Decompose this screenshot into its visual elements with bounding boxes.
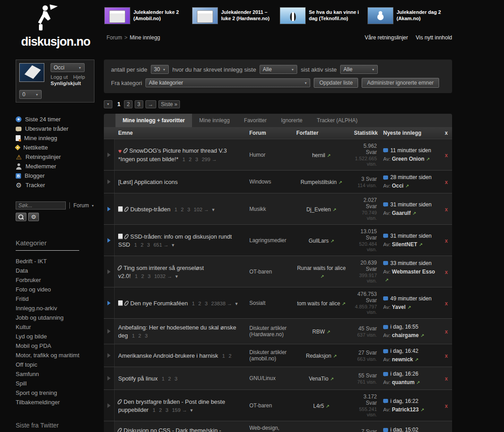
category-link[interactable]: Motor, trafikk og maritimt (16, 351, 83, 360)
go-to-last-post-icon[interactable] (383, 428, 388, 432)
breadcrumb-forum-link[interactable]: Forum (107, 34, 122, 41)
forum-link[interactable]: Humor (247, 139, 294, 170)
topic-page-link[interactable]: 1 (153, 407, 155, 413)
preview-caret-icon[interactable] (174, 272, 178, 279)
expand-arrow-button[interactable] (104, 171, 115, 193)
remove-topic-button[interactable] (445, 236, 448, 244)
topic-page-link[interactable]: 3 (205, 301, 207, 306)
remove-topic-button[interactable] (445, 374, 448, 382)
remove-topic-button[interactable] (445, 402, 448, 410)
preview-caret-icon[interactable] (189, 406, 193, 413)
forum-link[interactable]: Sosialt (247, 287, 294, 318)
topic-page-link[interactable]: 2 (198, 301, 201, 306)
remove-topic-button[interactable] (445, 351, 448, 359)
sidebar-menu-item[interactable]: Mine innlegg (16, 133, 94, 143)
expand-arrow-button[interactable] (104, 421, 115, 432)
per-page-select[interactable]: 30 (151, 65, 169, 74)
topic-page-link[interactable]: 102 → (194, 207, 209, 212)
last-page-button[interactable]: Siste » (158, 100, 180, 108)
topic-title-link[interactable]: [Løst] Application icons (118, 179, 178, 185)
next-page-button[interactable]: → (145, 100, 156, 108)
expand-arrow-button[interactable] (104, 367, 115, 389)
go-to-last-post-icon[interactable] (383, 399, 388, 403)
latest-post-time-link[interactable]: 28 minutter siden (390, 174, 431, 180)
topic-page-link[interactable]: 651 → (154, 242, 169, 248)
go-to-last-post-icon[interactable] (383, 372, 388, 376)
avatar[interactable] (19, 63, 44, 82)
topic-page-link[interactable]: 1 (134, 242, 137, 248)
sidebar-menu-item[interactable]: Blogger (16, 171, 94, 180)
topic-page-link[interactable]: 1 (222, 353, 225, 359)
sidebar-menu-item[interactable]: Siste 24 timer (16, 115, 94, 124)
search-scope-select[interactable]: Forum▼ (69, 202, 94, 209)
topic-page-link[interactable]: 2 (181, 207, 184, 212)
active-filter-select[interactable]: Alle (340, 65, 378, 74)
remove-topic-button[interactable] (445, 205, 448, 213)
notification-counter-select[interactable]: 0 (19, 90, 42, 99)
topic-page-link[interactable]: 3 (175, 376, 177, 381)
page-jump-button[interactable] (104, 100, 112, 108)
topic-page-link[interactable]: 3 (145, 333, 148, 338)
author-link[interactable]: Runar waits for alice (297, 265, 346, 271)
preview-caret-icon[interactable] (171, 240, 175, 248)
tab[interactable]: Favoritter (237, 114, 274, 127)
author-link[interactable]: Rumpelstiltskin (300, 179, 337, 185)
category-link[interactable]: Samfunn (16, 369, 83, 379)
forum-link[interactable]: GNU/Linux (247, 367, 294, 389)
topic-title-link[interactable]: Amerikanske Android-brukere i harnisk (118, 352, 218, 359)
topic-page-link[interactable]: 2 (141, 274, 144, 279)
forum-link[interactable]: Windows (247, 171, 294, 193)
forum-link[interactable]: Diskuter artikler (Hardware.no) (247, 319, 294, 344)
forum-link[interactable]: Web-design, HTML, CSS og JavaScript (247, 421, 294, 432)
topic-page-link[interactable]: 1 (135, 274, 137, 279)
topic-page-link[interactable]: 299 → (202, 157, 217, 162)
latest-author-link[interactable]: Yavel (392, 304, 406, 310)
forum-link[interactable]: Diskuter artikler (amobil.no) (247, 344, 294, 367)
topic-page-link[interactable]: 159 → (172, 407, 187, 413)
category-filter-select[interactable]: Alle kategorier (145, 78, 310, 87)
go-to-last-post-icon[interactable] (383, 349, 388, 353)
category-link[interactable]: Jobb og utdanning (16, 313, 83, 322)
topic-page-link[interactable]: 1032 → (154, 274, 172, 279)
guidelines-link[interactable]: Våre retningslinjer (365, 34, 408, 41)
remove-topic-button[interactable] (445, 268, 448, 276)
latest-author-link[interactable]: SilentNET (392, 241, 417, 248)
sidebar-menu-item[interactable]: Nettikette (16, 143, 94, 152)
latest-author-link[interactable]: Webmaster Esso (392, 269, 435, 275)
latest-post-time-link[interactable]: i dag, 16:22 (390, 398, 419, 404)
category-link[interactable]: Bedrift - IKT (16, 257, 83, 266)
latest-author-link[interactable]: Gaarulf (392, 210, 410, 216)
written-filter-select[interactable]: Alle (260, 65, 297, 74)
topic-page-link[interactable]: 1 (162, 376, 164, 381)
author-link[interactable]: L4r5 (313, 403, 324, 409)
latest-post-time-link[interactable]: 31 minutter siden (390, 233, 431, 239)
author-link[interactable]: VenaTio (309, 376, 329, 382)
topic-page-link[interactable]: 2 (229, 353, 231, 359)
search-input[interactable] (16, 201, 66, 210)
sidebar-menu-item[interactable]: Medlemmer (16, 162, 94, 171)
go-to-last-post-icon[interactable] (383, 234, 388, 238)
category-link[interactable]: Fritid (16, 294, 83, 304)
ad-banner[interactable]: Julekalender 2011 – luke 2 (Hardware.no) (192, 7, 275, 24)
category-link[interactable]: Tilbakemeldinger (16, 398, 83, 407)
user-menu-select[interactable]: Occi (51, 63, 85, 72)
latest-author-link[interactable]: newnick (392, 356, 413, 363)
remove-topic-button[interactable] (445, 178, 448, 186)
sidebar-menu-item[interactable]: Ubesvarte tråder (16, 124, 94, 133)
preview-caret-icon[interactable] (211, 205, 215, 213)
topic-page-link[interactable]: 1 (192, 301, 195, 306)
tab[interactable]: Mine innlegg + favoritter (115, 114, 192, 127)
author-link[interactable]: GullLars (308, 238, 329, 244)
go-to-last-post-icon[interactable] (383, 261, 388, 265)
latest-post-time-link[interactable]: 31 minutter siden (390, 201, 431, 208)
topic-page-link[interactable]: 2 (138, 333, 141, 338)
go-to-last-post-icon[interactable] (383, 175, 388, 180)
remove-topic-button[interactable] (445, 299, 448, 307)
latest-author-link[interactable]: chairgame (392, 332, 419, 338)
expand-arrow-button[interactable] (104, 287, 115, 318)
tab[interactable]: Tracker (ALPHA) (310, 114, 365, 127)
category-link[interactable]: Lyd og bilde (16, 332, 83, 341)
preview-caret-icon[interactable] (234, 299, 238, 307)
latest-post-time-link[interactable]: 33 minutter siden (390, 260, 431, 266)
ad-banner[interactable]: Se hva du kan vinne i dag (Teknofil.no) (280, 7, 363, 24)
